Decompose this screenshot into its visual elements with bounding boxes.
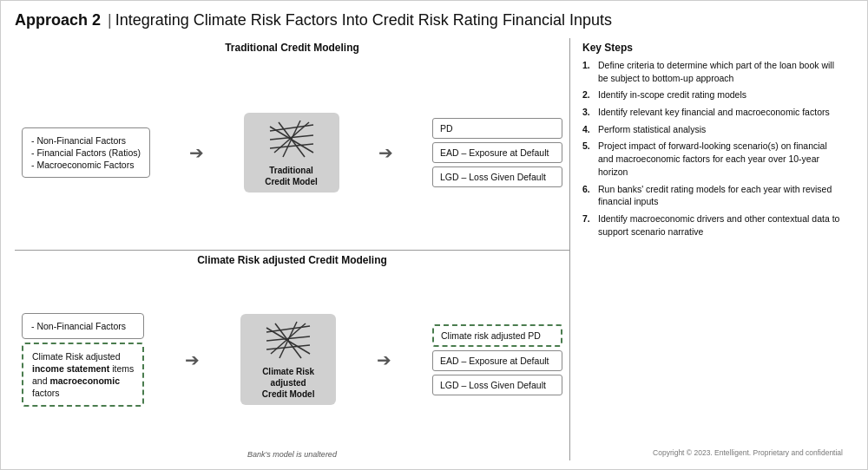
traditional-input-2: - Financial Factors (Ratios) <box>31 147 141 158</box>
climate-model-box: Climate Risk adjustedCredit Model <box>240 314 336 405</box>
climate-input-area: - Non-Financial Factors Climate Risk adj… <box>22 313 144 407</box>
traditional-output-boxes: PD EAD – Exposure at Default LGD – Loss … <box>432 118 562 187</box>
climate-bold-income: income statement <box>32 363 109 374</box>
step-6: 6. Run banks' credit rating models for e… <box>582 183 843 208</box>
traditional-output-pd: PD <box>432 118 562 139</box>
svg-line-13 <box>279 322 297 358</box>
traditional-model-scribble <box>266 118 318 161</box>
traditional-arrow-1: ➔ <box>189 142 204 163</box>
climate-input-dashed: Climate Risk adjusted income statement i… <box>22 343 144 407</box>
climate-nf-input: - Non-Financial Factors <box>31 321 135 331</box>
title-bar: Approach 2 | Integrating Climate Risk Fa… <box>15 11 855 29</box>
step-1-num: 1. <box>582 59 595 84</box>
svg-line-8 <box>266 326 310 332</box>
left-panel: Traditional Credit Modeling - Non-Financ… <box>15 38 570 460</box>
step-7-num: 7. <box>582 212 595 238</box>
approach-label: Approach 2 <box>15 11 101 29</box>
step-4-num: 4. <box>582 123 595 136</box>
svg-line-5 <box>270 144 313 148</box>
climate-dashed-line1: Climate Risk adjusted <box>32 351 134 362</box>
main-title: Integrating Climate Risk Factors Into Cr… <box>115 11 612 29</box>
climate-diagram-row: - Non-Financial Factors Climate Risk adj… <box>22 271 562 447</box>
step-7: 7. Identify macroeconomic drivers and ot… <box>582 212 843 238</box>
svg-line-6 <box>283 121 300 157</box>
step-4: 4. Perform statistical analysis <box>582 123 843 136</box>
step-5-text: Project impact of forward-looking scenar… <box>598 140 843 178</box>
step-3-text: Identify relevant key financial and macr… <box>598 106 830 119</box>
climate-arrow-1: ➔ <box>185 349 200 370</box>
climate-section: Climate Risk adjusted Credit Modeling - … <box>15 251 569 460</box>
traditional-model-box: TraditionalCredit Model <box>244 113 339 193</box>
traditional-section: Traditional Credit Modeling - Non-Financ… <box>15 38 569 251</box>
traditional-input-box: - Non-Financial Factors - Financial Fact… <box>22 127 150 178</box>
traditional-model-label: TraditionalCredit Model <box>265 165 318 187</box>
climate-model-scribble <box>262 319 314 362</box>
traditional-input-1: - Non-Financial Factors <box>31 135 141 146</box>
steps-list: 1. Define criteria to determine which pa… <box>582 59 843 448</box>
title-separator: | <box>108 11 112 29</box>
climate-dashed-line4: factors <box>32 388 134 398</box>
copyright-text: Copyright © 2023. Entelligent. Proprieta… <box>582 448 843 457</box>
climate-dashed-line3: and macroeconomic <box>32 375 134 386</box>
traditional-output-ead: EAD – Exposure at Default <box>432 142 562 163</box>
climate-output-lgd: LGD – Loss Given Default <box>432 375 562 395</box>
step-2-text: Identify in-scope credit rating models <box>598 88 746 101</box>
step-3-num: 3. <box>582 106 595 119</box>
step-5-num: 5. <box>582 140 595 178</box>
climate-arrow-2: ➔ <box>377 349 391 370</box>
traditional-input-3: - Macroeconomic Factors <box>31 160 141 170</box>
climate-input-top: - Non-Financial Factors <box>22 313 144 339</box>
climate-output-pd: Climate risk adjusted PD <box>432 324 562 347</box>
climate-bold-macro: macroeconomic <box>49 375 120 386</box>
climate-model-label: Climate Risk adjustedCredit Model <box>246 366 331 400</box>
step-7-text: Identify macroeconomic drivers and other… <box>598 212 843 238</box>
page: Approach 2 | Integrating Climate Risk Fa… <box>1 1 868 470</box>
right-panel: Key Steps 1. Define criteria to determin… <box>570 38 855 460</box>
traditional-title: Traditional Credit Modeling <box>22 42 562 54</box>
step-2: 2. Identify in-scope credit rating model… <box>582 88 843 101</box>
svg-line-1 <box>270 125 313 131</box>
content-area: Traditional Credit Modeling - Non-Financ… <box>15 38 855 460</box>
climate-title: Climate Risk adjusted Credit Modeling <box>22 254 562 266</box>
step-6-text: Run banks' credit rating models for each… <box>598 183 843 208</box>
bank-note: Bank's model is unaltered <box>22 450 562 459</box>
step-6-num: 6. <box>582 183 595 208</box>
traditional-diagram-row: - Non-Financial Factors - Financial Fact… <box>22 59 562 246</box>
svg-line-12 <box>266 345 310 349</box>
step-1-text: Define criteria to determine which part … <box>598 59 843 84</box>
climate-output-boxes: Climate risk adjusted PD EAD – Exposure … <box>432 324 562 395</box>
step-3: 3. Identify relevant key financial and m… <box>582 106 843 119</box>
climate-dashed-line2: income statement items <box>32 363 134 374</box>
key-steps-title: Key Steps <box>582 42 843 54</box>
step-2-num: 2. <box>582 88 595 101</box>
traditional-arrow-2: ➔ <box>378 142 393 163</box>
step-5: 5. Project impact of forward-looking sce… <box>582 140 843 178</box>
step-4-text: Perform statistical analysis <box>598 123 706 136</box>
step-1: 1. Define criteria to determine which pa… <box>582 59 843 84</box>
traditional-output-lgd: LGD – Loss Given Default <box>432 166 562 187</box>
climate-output-ead: EAD – Exposure at Default <box>432 350 562 371</box>
